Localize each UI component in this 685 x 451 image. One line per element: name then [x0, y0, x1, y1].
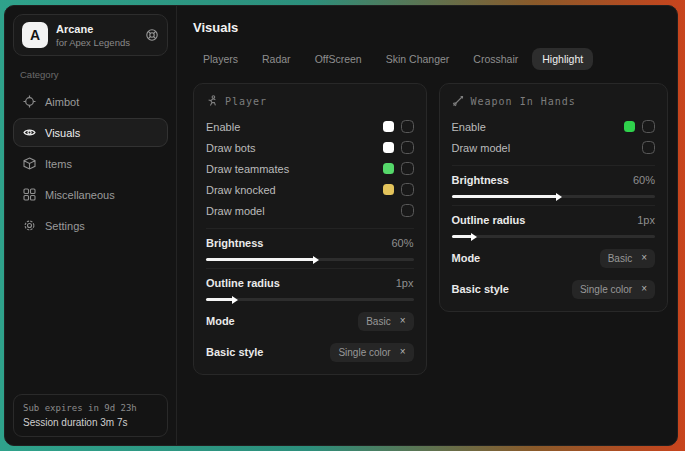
slider-fill[interactable] — [206, 298, 233, 301]
slider-track[interactable] — [206, 298, 414, 301]
checkbox[interactable] — [401, 183, 414, 196]
checkbox[interactable] — [401, 141, 414, 154]
tag-value: Basic — [608, 253, 632, 264]
slider-fill[interactable] — [452, 195, 558, 198]
support-target-icon[interactable] — [145, 28, 159, 42]
slider-track[interactable] — [452, 235, 656, 238]
select-tag[interactable]: Single color × — [572, 280, 655, 299]
select-label: Mode — [206, 315, 235, 327]
toggle-row-draw-knocked: Draw knocked — [206, 179, 414, 200]
page-title: Visuals — [193, 20, 668, 35]
toggle-label: Draw model — [452, 142, 511, 154]
app-header-card: A Arcane for Apex Legends — [13, 14, 168, 56]
tab-players[interactable]: Players — [193, 48, 248, 70]
checkbox[interactable] — [401, 162, 414, 175]
sidebar-item-miscellaneous[interactable]: Miscellaneous — [13, 180, 168, 209]
panel-weapon-header: Weapon In Hands — [452, 95, 656, 107]
select-row-basic-style: Basic style Single color × — [452, 278, 656, 300]
color-swatch[interactable] — [383, 121, 394, 132]
tag-value: Single color — [580, 284, 632, 295]
toggle-label: Draw model — [206, 205, 265, 217]
tag-value: Basic — [366, 316, 390, 327]
sidebar: A Arcane for Apex Legends Category Aimbo — [5, 6, 177, 445]
app-window: A Arcane for Apex Legends Category Aimbo — [4, 5, 678, 446]
app-titles: Arcane for Apex Legends — [56, 23, 137, 48]
color-swatch[interactable] — [624, 121, 635, 132]
checkbox[interactable] — [401, 204, 414, 217]
toggle-row-draw-teammates: Draw teammates — [206, 158, 414, 179]
gear-icon — [23, 219, 36, 232]
sidebar-item-label: Items — [45, 158, 72, 170]
toggle-label: Draw bots — [206, 142, 256, 154]
session-duration-text: Session duration 3m 7s — [23, 417, 158, 428]
slider-outline-radius: Outline radius 1px — [452, 205, 656, 238]
select-label: Basic style — [452, 283, 509, 295]
slider-fill[interactable] — [206, 258, 314, 261]
toggle-label: Draw teammates — [206, 163, 289, 175]
slider-value: 60% — [633, 174, 655, 186]
panel-player: Player Enable Draw bots — [193, 83, 427, 375]
eye-icon — [23, 126, 36, 139]
slider-label: Brightness — [452, 174, 509, 186]
sidebar-item-aimbot[interactable]: Aimbot — [13, 87, 168, 116]
tag-remove-icon[interactable]: × — [400, 347, 406, 357]
tab-highlight[interactable]: Highlight — [532, 48, 593, 70]
slider-label: Brightness — [206, 237, 263, 249]
tab-bar: Players Radar OffScreen Skin Changer Cro… — [193, 48, 668, 70]
subscription-info-card: Sub expires in 9d 23h Session duration 3… — [13, 394, 168, 437]
color-swatch[interactable] — [383, 142, 394, 153]
toggle-row-draw-model: Draw model — [206, 200, 414, 221]
sidebar-item-label: Miscellaneous — [45, 189, 115, 201]
tab-radar[interactable]: Radar — [252, 48, 301, 70]
app-logo: A — [22, 22, 48, 48]
select-row-basic-style: Basic style Single color × — [206, 341, 414, 363]
slider-track[interactable] — [206, 258, 414, 261]
tab-offscreen[interactable]: OffScreen — [305, 48, 372, 70]
sidebar-item-label: Aimbot — [45, 96, 79, 108]
slider-value: 1px — [396, 277, 414, 289]
checkbox[interactable] — [401, 120, 414, 133]
tag-remove-icon[interactable]: × — [641, 284, 647, 294]
sidebar-item-label: Visuals — [45, 127, 80, 139]
panels-container: Player Enable Draw bots — [193, 83, 668, 375]
slider-brightness: Brightness 60% — [452, 165, 656, 198]
crosshair-icon — [23, 95, 36, 108]
slider-fill[interactable] — [452, 235, 472, 238]
sub-expiry-text: Sub expires in 9d 23h — [23, 403, 158, 413]
box-icon — [23, 157, 36, 170]
slider-track[interactable] — [452, 195, 656, 198]
select-tag[interactable]: Basic × — [358, 312, 413, 331]
color-swatch[interactable] — [383, 163, 394, 174]
player-icon — [206, 95, 218, 107]
slider-outline-radius: Outline radius 1px — [206, 268, 414, 301]
slider-value: 60% — [391, 237, 413, 249]
color-swatch[interactable] — [383, 184, 394, 195]
tag-value: Single color — [338, 347, 390, 358]
select-row-mode: Mode Basic × — [206, 310, 414, 332]
app-title: Arcane — [56, 23, 137, 35]
select-tag[interactable]: Single color × — [330, 343, 413, 362]
toggle-label: Draw knocked — [206, 184, 276, 196]
toggle-label: Enable — [452, 121, 486, 133]
grid-icon — [23, 188, 36, 201]
sidebar-item-visuals[interactable]: Visuals — [13, 118, 168, 147]
category-section-label: Category — [20, 69, 161, 80]
select-tag[interactable]: Basic × — [600, 249, 655, 268]
toggle-row-draw-model: Draw model — [452, 137, 656, 158]
sidebar-item-items[interactable]: Items — [13, 149, 168, 178]
panel-weapon-in-hands: Weapon In Hands Enable Draw model — [439, 83, 669, 312]
panel-title: Weapon In Hands — [471, 96, 576, 107]
select-label: Basic style — [206, 346, 263, 358]
tag-remove-icon[interactable]: × — [641, 253, 647, 263]
panel-player-header: Player — [206, 95, 414, 107]
toggle-row-enable: Enable — [206, 116, 414, 137]
toggle-label: Enable — [206, 121, 240, 133]
slider-value: 1px — [637, 214, 655, 226]
tab-crosshair[interactable]: Crosshair — [463, 48, 528, 70]
tab-skin-changer[interactable]: Skin Changer — [376, 48, 460, 70]
checkbox[interactable] — [642, 141, 655, 154]
slider-label: Outline radius — [452, 214, 526, 226]
sidebar-item-settings[interactable]: Settings — [13, 211, 168, 240]
checkbox[interactable] — [642, 120, 655, 133]
tag-remove-icon[interactable]: × — [400, 316, 406, 326]
